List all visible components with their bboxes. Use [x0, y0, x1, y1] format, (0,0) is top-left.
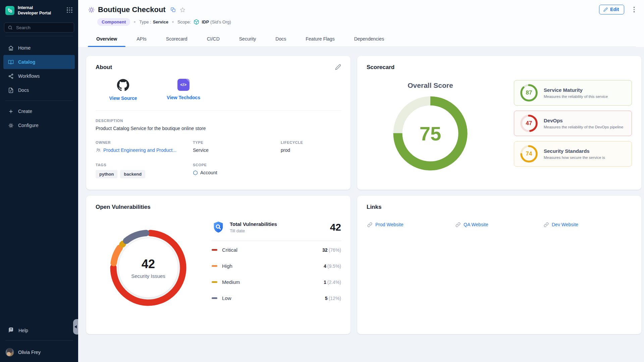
scope-field: SCOPE Account — [193, 163, 281, 178]
book-icon — [8, 59, 14, 65]
entity-meta-row: Component Type : Service Scope: IDP (Sid… — [97, 18, 636, 26]
gear-icon — [8, 123, 14, 128]
sidebar-item-label: Catalog — [18, 59, 35, 65]
score-ring: 74 — [520, 144, 538, 163]
security-issues-count: 42 — [142, 257, 155, 271]
about-fields-row-2: TAGS python backend SCOPE Account — [96, 163, 341, 178]
sidebar-nav: Home Catalog Workflows Docs Create Con — [0, 40, 78, 134]
legend-row-high: High 4(9.5%) — [212, 259, 341, 273]
score-ring: 47 — [520, 114, 538, 133]
sidebar-item-label: Docs — [18, 87, 29, 93]
tab-scorecard[interactable]: Scorecard — [158, 31, 196, 47]
vulnerabilities-card: Open Vulnerabilities 42 Security Issues — [86, 196, 351, 334]
page-header: Boutique Checkout Component Type : Servi… — [78, 0, 644, 47]
overall-score-value: 75 — [420, 122, 441, 145]
about-title: About — [96, 64, 341, 71]
sidebar-item-help[interactable]: ? Help — [0, 324, 78, 337]
scorecard-card: Scorecard Overall Score 75 87 — [357, 56, 641, 190]
links-row: Prod Website QA Website Dev Website — [367, 222, 632, 227]
dot-separator — [134, 21, 136, 23]
star-icon[interactable] — [180, 7, 185, 13]
github-icon — [117, 79, 129, 92]
owner-field: OWNER Product Engineering and Product... — [96, 140, 193, 153]
overall-score-label: Overall Score — [408, 81, 453, 89]
account-scope-icon — [193, 170, 198, 175]
overall-score-donut: 75 — [392, 95, 469, 172]
critical-swatch — [212, 249, 217, 251]
sidebar-item-create[interactable]: Create — [3, 104, 75, 118]
search-input[interactable] — [15, 25, 70, 31]
sidebar-item-home[interactable]: Home — [3, 41, 75, 55]
user-menu[interactable]: Olivia Frey — [0, 344, 78, 359]
link-icon — [367, 222, 372, 227]
tag-backend[interactable]: backend — [120, 170, 145, 178]
score-item-devops[interactable]: 47 DevOps Measures the reliability of th… — [514, 111, 632, 136]
total-vulnerabilities-row: Total Vulnerabilities Till date 42 — [212, 221, 341, 234]
help-label: Help — [18, 328, 28, 333]
logo-row: Internal Developer Portal — [0, 0, 78, 18]
edit-button[interactable]: Edit — [599, 5, 624, 14]
score-items: 87 Service Maturity Measures the reliabi… — [514, 80, 632, 172]
sidebar-search[interactable] — [4, 22, 74, 33]
sidebar-item-catalog[interactable]: Catalog — [3, 55, 75, 69]
tab-overview[interactable]: Overview — [88, 31, 125, 47]
app-logo-icon — [5, 6, 14, 15]
owner-link[interactable]: Product Engineering and Product... — [96, 147, 193, 153]
tab-dependencies[interactable]: Dependencies — [346, 31, 393, 47]
type-field: TYPE Service — [193, 140, 281, 153]
dev-website-link[interactable]: Dev Website — [544, 222, 632, 227]
tab-bar: Overview APIs Scorecard CI/CD Security D… — [88, 31, 636, 47]
view-techdocs-link[interactable]: </> View Techdocs — [163, 79, 204, 101]
avatar — [5, 348, 14, 357]
divider — [212, 241, 341, 241]
sidebar-bottom: ? Help Olivia Frey — [0, 324, 78, 359]
lifecycle-field: LIFECYCLE prod — [281, 140, 341, 153]
scope-org: (Sid's Org) — [210, 19, 231, 24]
view-source-link[interactable]: View Source — [102, 79, 144, 101]
about-fields-row: OWNER Product Engineering and Product...… — [96, 140, 341, 153]
score-item-security-standards[interactable]: 74 Security Standards Measures how secur… — [514, 141, 632, 167]
sidebar-divider — [5, 340, 73, 341]
about-card: About View Source </> View Techdocs — [86, 56, 351, 190]
title-row: Boutique Checkout — [88, 5, 636, 14]
page-title: Boutique Checkout — [98, 5, 166, 14]
legend-row-critical: Critical 32(76%) — [212, 243, 341, 257]
tab-cicd[interactable]: CI/CD — [199, 31, 228, 47]
overall-score-block: Overall Score 75 — [367, 79, 494, 172]
tab-docs[interactable]: Docs — [267, 31, 294, 47]
about-edit-icon[interactable] — [335, 64, 341, 70]
legend-row-low: Low 5(12%) — [212, 291, 341, 305]
type-value: Service — [153, 19, 168, 24]
plus-icon — [8, 109, 14, 114]
tab-security[interactable]: Security — [231, 31, 265, 47]
tab-apis[interactable]: APIs — [128, 31, 155, 47]
sidebar-item-configure[interactable]: Configure — [3, 118, 75, 132]
home-icon — [8, 45, 14, 51]
link-icon — [544, 222, 549, 227]
sidebar-item-label: Workflows — [18, 73, 40, 79]
score-ring: 87 — [520, 83, 538, 102]
qa-website-link[interactable]: QA Website — [455, 222, 544, 227]
link-icon — [455, 222, 461, 227]
description-block: DESCRIPTION Product Catalog Service for … — [96, 119, 341, 131]
prod-website-link[interactable]: Prod Website — [367, 222, 455, 227]
sidebar-collapse-handle[interactable] — [73, 319, 78, 335]
sidebar: Internal Developer Portal Home Catalog — [0, 0, 78, 362]
app-title: Internal Developer Portal — [18, 5, 67, 16]
links-title: Links — [367, 204, 632, 210]
tab-feature-flags[interactable]: Feature Flags — [297, 31, 343, 47]
vulnerabilities-summary: Total Vulnerabilities Till date 42 Criti… — [212, 216, 341, 310]
main: Boutique Checkout Component Type : Servi… — [78, 0, 644, 362]
apps-grid-icon[interactable] — [67, 7, 73, 14]
vulnerabilities-body: 42 Security Issues — [96, 216, 341, 310]
sidebar-item-workflows[interactable]: Workflows — [3, 69, 75, 83]
sidebar-item-label: Home — [18, 45, 31, 51]
score-item-service-maturity[interactable]: 87 Service Maturity Measures the reliabi… — [514, 80, 632, 106]
more-options-icon[interactable] — [632, 5, 636, 14]
medium-swatch — [212, 281, 217, 283]
copy-icon[interactable] — [170, 7, 176, 12]
sidebar-item-docs[interactable]: Docs — [3, 83, 75, 97]
high-swatch — [212, 265, 217, 267]
scope-value: IDP — [202, 19, 209, 24]
tag-python[interactable]: python — [96, 170, 117, 178]
